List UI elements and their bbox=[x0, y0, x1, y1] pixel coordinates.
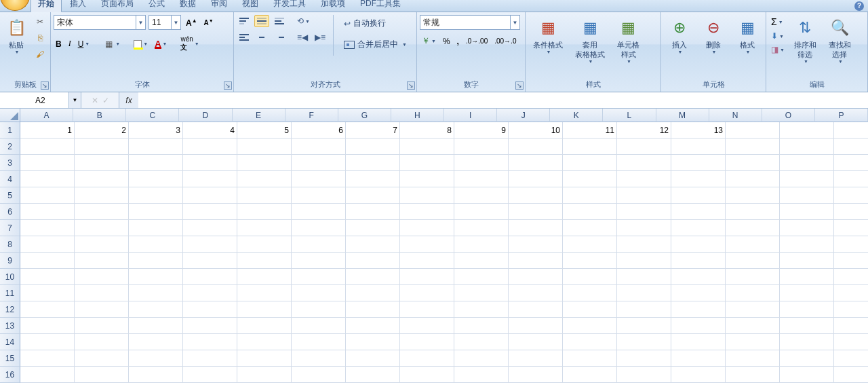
cell[interactable] bbox=[237, 171, 292, 187]
cell[interactable] bbox=[400, 334, 454, 350]
cell[interactable] bbox=[834, 139, 868, 155]
cell[interactable] bbox=[454, 253, 509, 269]
cell[interactable] bbox=[454, 155, 509, 171]
cell[interactable] bbox=[617, 139, 671, 155]
cell[interactable] bbox=[726, 236, 780, 253]
cell[interactable] bbox=[617, 318, 671, 334]
cell[interactable] bbox=[346, 318, 400, 334]
cell[interactable] bbox=[292, 285, 346, 301]
align-right-button[interactable] bbox=[272, 31, 287, 43]
column-header[interactable]: E bbox=[233, 109, 285, 122]
cell[interactable] bbox=[454, 171, 509, 187]
cell[interactable] bbox=[780, 367, 834, 383]
cell[interactable] bbox=[237, 187, 292, 204]
cell[interactable] bbox=[346, 301, 400, 318]
cell[interactable] bbox=[346, 285, 400, 301]
cell[interactable] bbox=[671, 155, 726, 171]
cell[interactable] bbox=[726, 301, 780, 318]
cell[interactable] bbox=[75, 253, 129, 269]
conditional-format-button[interactable]: ▦ 条件格式 ▼ bbox=[528, 15, 568, 56]
cell[interactable] bbox=[509, 334, 563, 350]
column-header[interactable]: D bbox=[179, 109, 232, 122]
font-size-combo[interactable]: 11▼ bbox=[149, 15, 181, 30]
cell[interactable] bbox=[20, 318, 75, 334]
cell[interactable] bbox=[75, 204, 129, 220]
cell[interactable] bbox=[346, 236, 400, 253]
enter-icon[interactable]: ✓ bbox=[102, 96, 109, 105]
cell[interactable] bbox=[671, 171, 726, 187]
cell[interactable] bbox=[834, 301, 868, 318]
cell[interactable] bbox=[75, 334, 129, 350]
phonetic-button[interactable]: wén文▼ bbox=[178, 34, 201, 54]
column-header[interactable]: A bbox=[20, 109, 73, 122]
cell[interactable]: 13 bbox=[671, 122, 726, 139]
cell[interactable] bbox=[75, 350, 129, 367]
increase-indent-button[interactable]: ▶≡ bbox=[313, 31, 328, 43]
cell[interactable] bbox=[129, 139, 183, 155]
cell[interactable] bbox=[75, 171, 129, 187]
cell[interactable] bbox=[20, 236, 75, 253]
cell[interactable] bbox=[671, 367, 726, 383]
row-header[interactable]: 11 bbox=[0, 285, 20, 301]
cell[interactable] bbox=[726, 253, 780, 269]
cell[interactable] bbox=[183, 155, 237, 171]
chevron-down-icon[interactable]: ▼ bbox=[68, 92, 81, 108]
increase-decimal-button[interactable]: .0→.00 bbox=[464, 36, 490, 46]
cell[interactable] bbox=[726, 204, 780, 220]
copy-button[interactable]: ⎘ bbox=[33, 31, 47, 45]
cell[interactable] bbox=[400, 155, 454, 171]
cell[interactable] bbox=[129, 187, 183, 204]
cell[interactable] bbox=[129, 155, 183, 171]
cell[interactable] bbox=[563, 155, 617, 171]
cell[interactable] bbox=[237, 236, 292, 253]
cell[interactable] bbox=[183, 187, 237, 204]
cell[interactable] bbox=[563, 269, 617, 285]
cell[interactable] bbox=[671, 253, 726, 269]
cell[interactable] bbox=[20, 285, 75, 301]
cell[interactable] bbox=[563, 139, 617, 155]
cell[interactable] bbox=[400, 367, 454, 383]
align-middle-button[interactable] bbox=[254, 15, 269, 27]
cell[interactable] bbox=[20, 171, 75, 187]
cell[interactable] bbox=[20, 204, 75, 220]
wrap-text-button[interactable]: ↩自动换行 bbox=[339, 15, 412, 32]
cell[interactable] bbox=[780, 155, 834, 171]
column-header[interactable]: J bbox=[497, 109, 550, 122]
cell[interactable]: 6 bbox=[292, 122, 346, 139]
name-box[interactable]: A2 ▼ bbox=[0, 92, 81, 108]
percent-button[interactable]: % bbox=[441, 35, 452, 48]
cell[interactable] bbox=[834, 253, 868, 269]
decrease-indent-button[interactable]: ≡◀ bbox=[295, 31, 310, 43]
cell[interactable] bbox=[726, 269, 780, 285]
cell[interactable] bbox=[183, 367, 237, 383]
cell[interactable] bbox=[20, 269, 75, 285]
cell[interactable] bbox=[292, 350, 346, 367]
cell[interactable] bbox=[400, 318, 454, 334]
column-header[interactable]: O bbox=[762, 109, 815, 122]
row-header[interactable]: 14 bbox=[0, 334, 20, 350]
fill-button[interactable]: ⬇▼ bbox=[769, 30, 787, 42]
cell[interactable] bbox=[726, 350, 780, 367]
tab-developer[interactable]: 开发工具 bbox=[267, 0, 313, 12]
cell[interactable] bbox=[671, 301, 726, 318]
cell[interactable] bbox=[20, 253, 75, 269]
cell[interactable] bbox=[129, 350, 183, 367]
cell[interactable] bbox=[292, 318, 346, 334]
cell[interactable] bbox=[292, 301, 346, 318]
cell[interactable] bbox=[237, 204, 292, 220]
paste-button[interactable]: 📋 粘贴 ▼ bbox=[3, 15, 30, 56]
cell[interactable] bbox=[454, 236, 509, 253]
row-header[interactable]: 2 bbox=[0, 139, 20, 155]
cell[interactable] bbox=[292, 367, 346, 383]
align-bottom-button[interactable] bbox=[272, 15, 287, 27]
cell[interactable] bbox=[346, 204, 400, 220]
cell[interactable] bbox=[671, 220, 726, 236]
cell[interactable] bbox=[780, 220, 834, 236]
cell[interactable] bbox=[400, 253, 454, 269]
font-launcher[interactable]: ↘ bbox=[224, 81, 232, 90]
cell[interactable] bbox=[292, 269, 346, 285]
cell[interactable] bbox=[780, 301, 834, 318]
find-select-button[interactable]: 🔍查找和 选择▼ bbox=[824, 15, 856, 66]
cell[interactable] bbox=[726, 187, 780, 204]
cell[interactable] bbox=[617, 350, 671, 367]
